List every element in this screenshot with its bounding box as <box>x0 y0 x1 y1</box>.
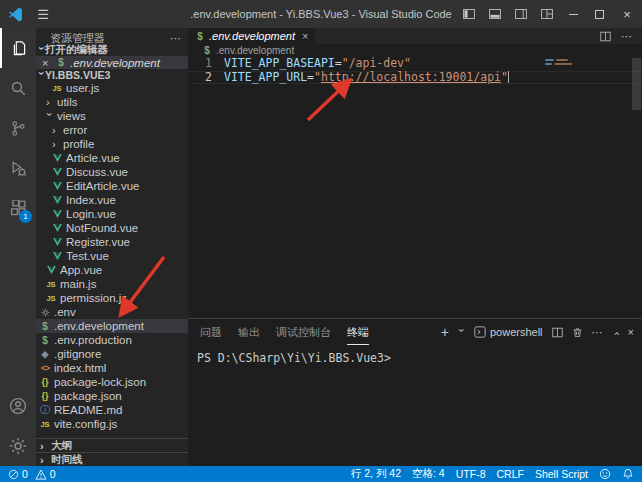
tree-item-user.js[interactable]: JSuser.js <box>36 81 188 95</box>
split-terminal-icon[interactable] <box>552 327 563 338</box>
terminal-icon <box>474 326 486 338</box>
editor-scrollbar[interactable] <box>632 58 641 110</box>
customize-layout-icon[interactable] <box>534 0 560 28</box>
kill-terminal-icon[interactable] <box>572 327 583 338</box>
tree-item-label: Test.vue <box>66 250 109 262</box>
tree-item-index.html[interactable]: <>index.html <box>36 361 188 375</box>
vue-icon <box>52 252 62 260</box>
tree-item-notfound.vue[interactable]: NotFound.vue <box>36 221 188 235</box>
shellscript-icon: $ <box>202 45 212 56</box>
chevron-right-icon: › <box>52 138 59 150</box>
vue-icon <box>52 224 62 232</box>
tree-item-vite.config.js[interactable]: JSvite.config.js <box>36 417 188 431</box>
tree-item-.gitignore[interactable]: ◆.gitignore <box>36 347 188 361</box>
vue-icon <box>52 238 62 246</box>
tree-item-index.vue[interactable]: Index.vue <box>36 193 188 207</box>
close-editor-icon[interactable]: × <box>42 57 52 69</box>
toggle-sidebar-icon[interactable] <box>456 0 482 28</box>
tree-item-error[interactable]: ›error <box>36 123 188 137</box>
tree-item-permission.js[interactable]: JSpermission.js <box>36 291 188 305</box>
notifications-bell-icon[interactable] <box>622 468 634 480</box>
open-editors-header[interactable]: › 打开的编辑器 <box>36 44 188 56</box>
panel-tab-item[interactable]: 调试控制台 <box>276 319 331 345</box>
open-editor-item[interactable]: × $ .env.development <box>36 56 188 69</box>
tree-item-discuss.vue[interactable]: Discuss.vue <box>36 165 188 179</box>
json-icon: {} <box>40 377 50 387</box>
explorer-more-actions-icon[interactable]: ⋯ <box>170 32 182 45</box>
close-button[interactable]: × <box>612 0 642 28</box>
shellscript-icon: $ <box>40 335 50 346</box>
terminal-dropdown-icon[interactable]: › <box>455 329 467 336</box>
editor-more-actions-icon[interactable]: ⋯ <box>621 30 632 43</box>
problems-status[interactable]: 0 0 <box>8 468 56 480</box>
maximize-button[interactable] <box>586 0 612 28</box>
tree-item-label: package.json <box>54 390 122 402</box>
timeline-section[interactable]: ›时间线 <box>36 452 188 466</box>
outline-section[interactable]: ›大纲 <box>36 438 188 452</box>
panel-more-actions-icon[interactable]: ⋯ <box>592 326 603 339</box>
settings-gear-icon[interactable] <box>0 426 36 466</box>
project-header[interactable]: › YI.BBS.VUE3 <box>36 69 188 81</box>
menu-hamburger-icon[interactable]: ☰ <box>30 7 56 22</box>
extensions-icon[interactable]: 1 <box>0 188 36 228</box>
tree-item-label: .env.development <box>54 320 144 332</box>
panel-tab-item[interactable]: 输出 <box>238 319 260 345</box>
tree-item-label: App.vue <box>60 264 102 276</box>
tree-item-main.js[interactable]: JSmain.js <box>36 277 188 291</box>
code-editor[interactable]: 1VITE_APP_BASEAPI="/api-dev"2VITE_APP_UR… <box>188 56 642 318</box>
tab-close-icon[interactable]: × <box>302 30 308 42</box>
account-icon[interactable] <box>0 386 36 426</box>
breadcrumb[interactable]: $ .env.development <box>188 44 642 56</box>
new-terminal-icon[interactable]: + <box>441 324 449 340</box>
tree-item-article.vue[interactable]: Article.vue <box>36 151 188 165</box>
tree-item-login.vue[interactable]: Login.vue <box>36 207 188 221</box>
tree-item-package.json[interactable]: {}package.json <box>36 389 188 403</box>
encoding-status[interactable]: UTF-8 <box>456 468 486 480</box>
tree-item-profile[interactable]: ›profile <box>36 137 188 151</box>
search-icon[interactable] <box>0 68 36 108</box>
toggle-secondary-sidebar-icon[interactable] <box>508 0 534 28</box>
eol-status[interactable]: CRLF <box>496 468 523 480</box>
language-mode-status[interactable]: Shell Script <box>535 468 588 480</box>
vscode-logo-icon <box>0 7 30 22</box>
js-icon: JS <box>40 420 50 429</box>
shellscript-icon: $ <box>40 321 50 332</box>
terminal-shell-picker[interactable]: powershell <box>474 326 543 338</box>
bottom-panel: 问题输出调试控制台终端 + › powershell ⋯ › <box>188 318 642 466</box>
tree-item-label: error <box>63 124 87 136</box>
tree-item-.env.production[interactable]: $.env.production <box>36 333 188 347</box>
split-editor-icon[interactable] <box>600 31 611 42</box>
run-debug-icon[interactable] <box>0 148 36 188</box>
source-control-icon[interactable] <box>0 108 36 148</box>
tree-item-label: index.html <box>54 362 106 374</box>
tree-item-readme.md[interactable]: ⓘREADME.md <box>36 403 188 417</box>
close-panel-icon[interactable]: × <box>628 326 634 338</box>
terminal-output[interactable]: PS D:\CSharp\Yi\Yi.BBS.Vue3> <box>188 345 642 466</box>
panel-tab-item[interactable]: 问题 <box>200 319 222 345</box>
extensions-badge: 1 <box>19 210 32 223</box>
indentation-status[interactable]: 空格: 4 <box>412 467 445 481</box>
tree-item-label: Discuss.vue <box>66 166 128 178</box>
tab-env-development[interactable]: $ .env.development × <box>188 28 315 44</box>
feedback-icon[interactable] <box>599 468 611 480</box>
shellscript-icon: $ <box>56 57 66 68</box>
tree-item-register.vue[interactable]: Register.vue <box>36 235 188 249</box>
tree-item-.env[interactable]: .env <box>36 305 188 319</box>
tree-item-label: README.md <box>54 404 122 416</box>
panel-tab-terminal-active[interactable]: 终端 <box>347 319 369 345</box>
minimize-button[interactable] <box>560 0 586 28</box>
tree-item-editarticle.vue[interactable]: EditArticle.vue <box>36 179 188 193</box>
tree-item-app.vue[interactable]: App.vue <box>36 263 188 277</box>
toggle-panel-icon[interactable] <box>482 0 508 28</box>
js-icon: JS <box>52 84 62 93</box>
explorer-icon[interactable] <box>0 28 36 68</box>
cursor-position-status[interactable]: 行 2, 列 42 <box>351 467 401 481</box>
tree-item-package-lock.json[interactable]: {}package-lock.json <box>36 375 188 389</box>
tree-item-utils[interactable]: ›utils <box>36 95 188 109</box>
tree-item-test.vue[interactable]: Test.vue <box>36 249 188 263</box>
maximize-panel-icon[interactable]: › <box>609 329 621 336</box>
shellscript-icon: $ <box>195 31 205 42</box>
tree-item-.env.development[interactable]: $.env.development <box>36 319 188 333</box>
minimap[interactable] <box>545 59 585 67</box>
tree-item-views[interactable]: ›views <box>36 109 188 123</box>
